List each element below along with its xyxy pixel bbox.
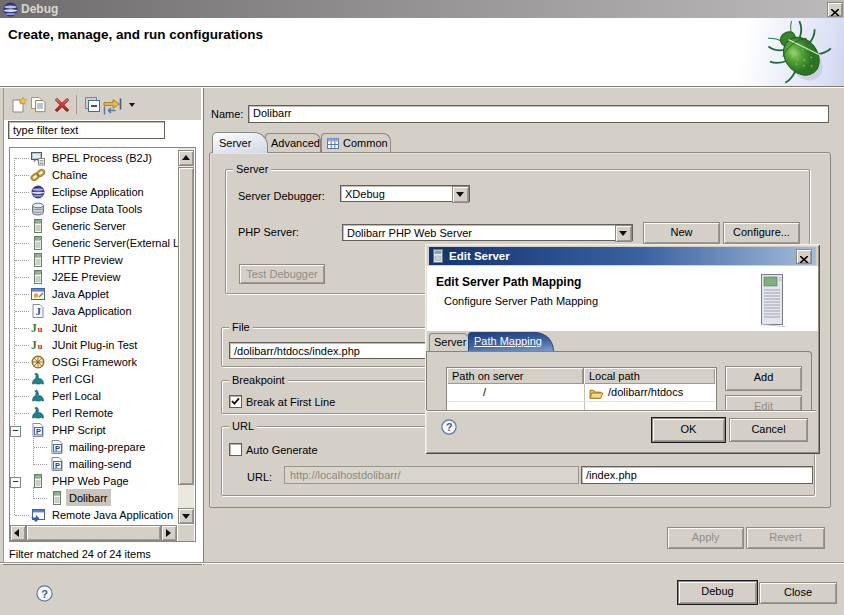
svg-text:?: ? (41, 588, 48, 600)
svg-text:?: ? (446, 421, 452, 433)
